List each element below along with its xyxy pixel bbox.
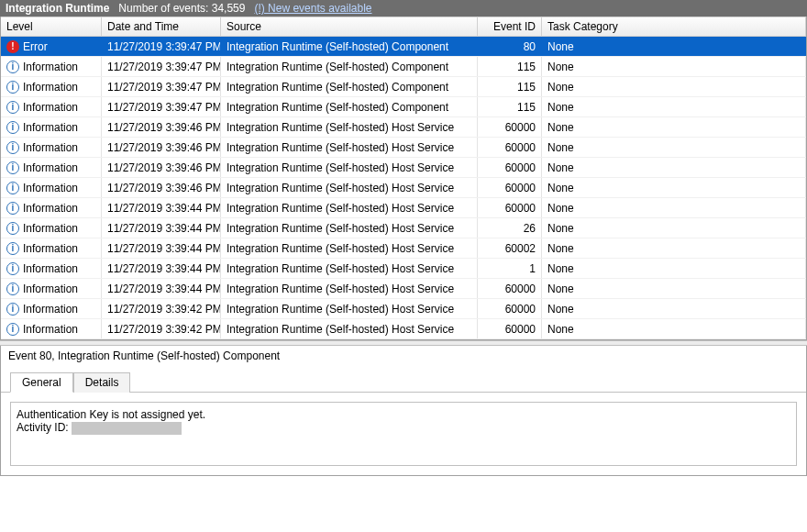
cell-source: Integration Runtime (Self-hosted) Host S… — [221, 319, 478, 338]
info-icon: i — [6, 202, 19, 215]
column-header-source[interactable]: Source — [221, 17, 478, 36]
cell-category: None — [542, 218, 806, 238]
cell-date: 11/27/2019 3:39:47 PM — [102, 77, 221, 96]
cell-category: None — [542, 238, 806, 258]
table-row[interactable]: iInformation11/27/2019 3:39:44 PMIntegra… — [1, 198, 806, 218]
table-row[interactable]: iInformation11/27/2019 3:39:46 PMIntegra… — [1, 117, 806, 138]
cell-date: 11/27/2019 3:39:44 PM — [102, 198, 221, 217]
table-row[interactable]: iInformation11/27/2019 3:39:47 PMIntegra… — [1, 97, 806, 117]
cell-date: 11/27/2019 3:39:42 PM — [102, 299, 221, 318]
cell-category: None — [542, 279, 806, 298]
column-header-date[interactable]: Date and Time — [102, 17, 221, 36]
cell-source: Integration Runtime (Self-hosted) Compon… — [221, 57, 478, 76]
cell-category: None — [542, 117, 806, 137]
table-row[interactable]: iInformation11/27/2019 3:39:46 PMIntegra… — [1, 178, 806, 198]
level-text: Information — [23, 323, 78, 336]
cell-source: Integration Runtime (Self-hosted) Host S… — [221, 198, 478, 217]
cell-date: 11/27/2019 3:39:44 PM — [102, 279, 221, 298]
cell-category: None — [542, 158, 806, 177]
column-header-event-id[interactable]: Event ID — [478, 17, 542, 36]
table-row[interactable]: iInformation11/27/2019 3:39:44 PMIntegra… — [1, 259, 806, 279]
detail-title: Event 80, Integration Runtime (Self-host… — [1, 346, 806, 366]
info-icon: i — [6, 303, 19, 316]
cell-date: 11/27/2019 3:39:47 PM — [102, 97, 221, 116]
table-row[interactable]: iInformation11/27/2019 3:39:44 PMIntegra… — [1, 238, 806, 259]
cell-event-id: 80 — [478, 37, 542, 56]
cell-event-id: 1 — [478, 259, 542, 278]
cell-event-id: 60000 — [478, 319, 542, 338]
level-text: Information — [23, 101, 78, 114]
cell-level: iInformation — [1, 238, 102, 258]
level-text: Information — [23, 61, 78, 73]
level-text: Information — [23, 141, 78, 154]
cell-level: iInformation — [1, 259, 102, 278]
refresh-events-link[interactable]: (!) New events available — [254, 2, 371, 15]
table-row[interactable]: iInformation11/27/2019 3:39:46 PMIntegra… — [1, 138, 806, 158]
info-icon: i — [6, 81, 19, 94]
info-icon: i — [6, 222, 19, 235]
column-header-level[interactable]: Level — [1, 17, 102, 36]
cell-date: 11/27/2019 3:39:46 PM — [102, 178, 221, 197]
cell-source: Integration Runtime (Self-hosted) Host S… — [221, 238, 478, 258]
table-row[interactable]: iInformation11/27/2019 3:39:42 PMIntegra… — [1, 319, 806, 339]
cell-level: iInformation — [1, 218, 102, 238]
cell-category: None — [542, 57, 806, 76]
table-row[interactable]: iInformation11/27/2019 3:39:47 PMIntegra… — [1, 57, 806, 77]
cell-date: 11/27/2019 3:39:47 PM — [102, 57, 221, 76]
column-header-category[interactable]: Task Category — [542, 17, 806, 36]
cell-category: None — [542, 198, 806, 217]
detail-pane: Event 80, Integration Runtime (Self-host… — [0, 346, 807, 476]
cell-level: iInformation — [1, 158, 102, 177]
cell-level: iInformation — [1, 77, 102, 96]
cell-category: None — [542, 178, 806, 197]
table-row[interactable]: iInformation11/27/2019 3:39:44 PMIntegra… — [1, 279, 806, 299]
table-row[interactable]: iInformation11/27/2019 3:39:46 PMIntegra… — [1, 158, 806, 178]
tab-details[interactable]: Details — [73, 372, 131, 393]
detail-activity-id: Activity ID: — [17, 421, 790, 435]
cell-category: None — [542, 138, 806, 157]
tab-general[interactable]: General — [10, 372, 73, 393]
cell-category: None — [542, 97, 806, 116]
cell-date: 11/27/2019 3:39:42 PM — [102, 319, 221, 338]
table-row[interactable]: iInformation11/27/2019 3:39:44 PMIntegra… — [1, 218, 806, 238]
cell-category: None — [542, 37, 806, 56]
cell-source: Integration Runtime (Self-hosted) Compon… — [221, 77, 478, 96]
cell-category: None — [542, 319, 806, 338]
info-icon: i — [6, 262, 19, 275]
info-icon: i — [6, 161, 19, 174]
cell-event-id: 26 — [478, 218, 542, 238]
level-text: Information — [23, 81, 78, 94]
cell-level: iInformation — [1, 279, 102, 298]
cell-date: 11/27/2019 3:39:46 PM — [102, 158, 221, 177]
cell-level: iInformation — [1, 198, 102, 217]
table-row[interactable]: !Error11/27/2019 3:39:47 PMIntegration R… — [1, 37, 806, 57]
detail-tabs: General Details — [1, 371, 806, 393]
column-headers: Level Date and Time Source Event ID Task… — [1, 17, 806, 37]
cell-source: Integration Runtime (Self-hosted) Host S… — [221, 279, 478, 298]
info-icon: i — [6, 242, 19, 255]
cell-category: None — [542, 299, 806, 318]
cell-date: 11/27/2019 3:39:44 PM — [102, 259, 221, 278]
table-row[interactable]: iInformation11/27/2019 3:39:42 PMIntegra… — [1, 299, 806, 319]
level-text: Error — [23, 40, 48, 53]
cell-event-id: 60000 — [478, 198, 542, 217]
cell-source: Integration Runtime (Self-hosted) Host S… — [221, 117, 478, 137]
level-text: Information — [23, 202, 78, 215]
info-icon: i — [6, 323, 19, 336]
cell-event-id: 60000 — [478, 158, 542, 177]
info-icon: i — [6, 61, 19, 73]
detail-body: Authentication Key is not assigned yet. … — [10, 402, 797, 466]
event-list: Level Date and Time Source Event ID Task… — [0, 17, 807, 340]
info-icon: i — [6, 101, 19, 114]
info-icon: i — [6, 121, 19, 134]
cell-event-id: 115 — [478, 57, 542, 76]
cell-date: 11/27/2019 3:39:44 PM — [102, 218, 221, 238]
cell-event-id: 60000 — [478, 279, 542, 298]
level-text: Information — [23, 262, 78, 275]
table-row[interactable]: iInformation11/27/2019 3:39:47 PMIntegra… — [1, 77, 806, 97]
cell-event-id: 60000 — [478, 299, 542, 318]
cell-category: None — [542, 77, 806, 96]
cell-date: 11/27/2019 3:39:44 PM — [102, 238, 221, 258]
cell-source: Integration Runtime (Self-hosted) Host S… — [221, 178, 478, 197]
cell-event-id: 60000 — [478, 117, 542, 137]
